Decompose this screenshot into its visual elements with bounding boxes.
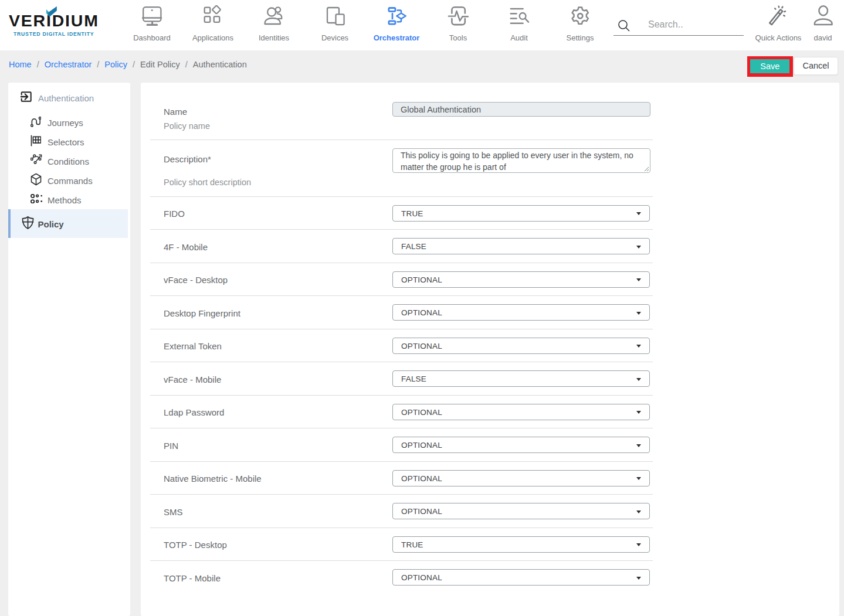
svg-text:VERIDIUM: VERIDIUM (9, 11, 99, 30)
svg-text:TRUSTED DIGITAL IDENTITY: TRUSTED DIGITAL IDENTITY (13, 31, 94, 37)
